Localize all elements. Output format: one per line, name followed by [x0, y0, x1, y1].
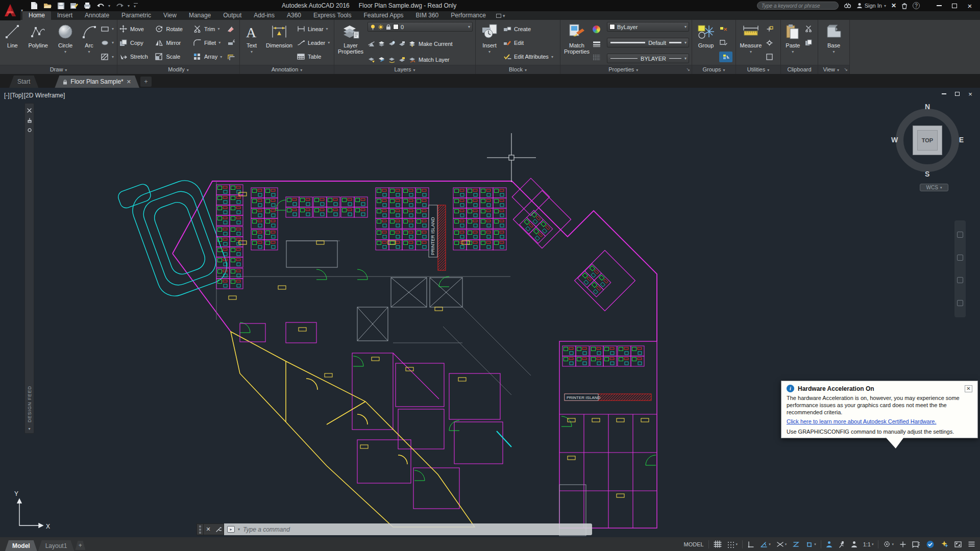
palette-bottom-caret-icon[interactable]: ▾ — [28, 427, 30, 431]
design-feed-palette[interactable]: DESIGN FEED ▾ — [24, 103, 34, 434]
new-tab-button[interactable]: + — [140, 77, 152, 87]
annotation-scale-user-icon[interactable] — [849, 539, 860, 549]
polar-tracking-toggle[interactable]: ▾ — [758, 539, 773, 549]
layout1-tab[interactable]: Layout1 — [38, 540, 75, 551]
trim-button[interactable]: Trim▾ — [193, 23, 226, 34]
panel-label-groups[interactable]: Groups▾ — [692, 65, 736, 74]
close-button[interactable]: × — [963, 1, 977, 10]
layer-dropdown[interactable]: 0 ▾ — [368, 22, 473, 32]
ellipse-tool-button[interactable]: ▾ — [101, 37, 115, 48]
arc-button[interactable]: Arc ▾ — [79, 21, 100, 65]
nav-zoom-icon[interactable] — [957, 277, 963, 283]
fillet-button[interactable]: Fillet▾ — [193, 37, 226, 48]
edit-block-button[interactable]: Edit — [503, 37, 558, 48]
save-as-button[interactable] — [68, 1, 80, 10]
layer-lock-button-icon[interactable] — [398, 40, 406, 47]
nav-pan-icon[interactable] — [957, 255, 963, 261]
linear-dimension-button[interactable]: Linear▾ — [297, 23, 332, 34]
close-tab-icon[interactable]: ✕ — [127, 79, 131, 85]
lineweight-icon[interactable] — [593, 41, 605, 47]
units-button[interactable] — [910, 539, 922, 549]
hatch-tool-button[interactable]: ▾ — [101, 52, 115, 62]
exchange-apps-icon[interactable]: ✕ — [891, 2, 896, 9]
file-tab-start[interactable]: Start — [9, 76, 38, 88]
table-button[interactable]: Table — [297, 52, 332, 62]
panel-label-modify[interactable]: Modify▾ — [117, 65, 239, 74]
new-layout-button[interactable]: + — [75, 541, 85, 550]
redo-caret-icon[interactable]: ▾ — [128, 4, 132, 8]
ribbon-tab-add-ins[interactable]: Add-ins — [248, 11, 281, 20]
hardware-acceleration-button[interactable] — [924, 539, 937, 549]
command-close-icon[interactable]: ✕ — [206, 526, 210, 533]
viewcube-west[interactable]: W — [891, 136, 898, 144]
offset-button[interactable] — [227, 52, 238, 62]
make-current-button[interactable]: Make Current — [419, 41, 453, 47]
stretch-button[interactable]: Stretch — [119, 52, 154, 62]
save-button[interactable] — [55, 1, 66, 10]
sign-in-button[interactable]: Sign In ▾ — [856, 3, 886, 9]
layer-walk-icon[interactable] — [368, 56, 375, 63]
nav-orbit-icon[interactable] — [957, 300, 963, 306]
create-block-button[interactable]: Create — [503, 23, 558, 34]
maximize-button[interactable] — [947, 1, 962, 10]
panel-label-clipboard[interactable]: Clipboard — [781, 65, 818, 74]
explode-button[interactable] — [227, 37, 238, 48]
plot-button[interactable] — [82, 1, 93, 10]
ortho-toggle[interactable] — [745, 539, 756, 549]
panel-launcher-icon[interactable]: ↘ — [686, 65, 690, 74]
ungroup-button[interactable] — [719, 23, 732, 34]
panel-label-properties[interactable]: Properties▾↘ — [560, 65, 692, 74]
new-file-button[interactable] — [29, 1, 40, 10]
polyline-button[interactable]: Polyline — [24, 21, 52, 65]
file-tab-document[interactable]: Floor Plan Sample* ✕ — [55, 76, 139, 88]
drawing-canvas[interactable]: [-] [Top] [2D Wireframe] × DESIGN FEED ▾… — [0, 88, 980, 537]
minimize-button[interactable] — [932, 1, 946, 10]
ribbon-tab-output[interactable]: Output — [217, 11, 248, 20]
autoscale-toggle[interactable] — [836, 539, 847, 549]
panel-launcher-icon[interactable]: ↘ — [844, 65, 848, 74]
rotate-button[interactable]: Rotate — [155, 23, 191, 34]
quick-calc-button[interactable] — [765, 52, 778, 62]
match-layer-button[interactable]: Match Layer — [419, 57, 450, 63]
layer-unlock-icon[interactable] — [398, 56, 406, 63]
panel-label-block[interactable]: Block▾ — [476, 65, 560, 74]
panel-label-annotation[interactable]: Annotation▾ — [240, 65, 334, 74]
group-selection-toggle[interactable] — [719, 52, 732, 62]
customization-menu-button[interactable] — [966, 539, 977, 549]
group-edit-button[interactable] — [719, 37, 732, 48]
layer-match-icon[interactable] — [378, 56, 385, 63]
viewport-restore-icon[interactable] — [953, 91, 961, 97]
help-icon[interactable]: ? — [913, 2, 920, 9]
viewport-visual-style-control[interactable]: [2D Wireframe] — [24, 92, 65, 99]
ribbon-tab-featured-apps[interactable]: Featured Apps — [358, 11, 410, 20]
viewport-minimize-icon[interactable] — [940, 91, 947, 97]
copy-button[interactable]: Copy — [119, 37, 154, 48]
annotation-visibility-toggle[interactable] — [824, 539, 835, 549]
palette-close-icon[interactable] — [26, 107, 33, 114]
object-snap-toggle[interactable]: ▾ — [803, 539, 818, 549]
wcs-menu[interactable]: WCS▾ — [920, 184, 948, 191]
layer-properties-button[interactable]: Layer Properties — [336, 21, 365, 65]
base-button[interactable]: Base ▾ — [822, 21, 846, 65]
panel-label-utilities[interactable]: Utilities▾ — [736, 65, 780, 74]
insert-button[interactable]: Insert ▾ — [477, 21, 502, 65]
quick-select-button[interactable] — [765, 23, 778, 34]
search-binoculars-icon[interactable] — [844, 3, 851, 9]
open-file-button[interactable] — [42, 1, 53, 10]
copy-clip-button[interactable] — [804, 37, 816, 48]
model-tab[interactable]: Model — [5, 540, 37, 551]
ribbon-tab-parametric[interactable]: Parametric — [115, 11, 157, 20]
layer-prev-icon[interactable] — [388, 56, 396, 63]
command-customize-wrench-icon[interactable] — [215, 527, 222, 533]
line-button[interactable]: Line — [2, 21, 23, 65]
group-button[interactable]: Group — [694, 21, 718, 65]
ribbon-tab-annotate[interactable]: Annotate — [79, 11, 115, 20]
ribbon-tab-performance[interactable]: Performance — [445, 11, 492, 20]
nav-wheel-icon[interactable] — [957, 232, 963, 238]
edit-attributes-button[interactable]: Edit Attributes▾ — [503, 52, 558, 62]
id-point-button[interactable] — [765, 37, 778, 48]
viewport-view-control[interactable]: [Top] — [10, 92, 23, 99]
notification-close-button[interactable]: ✕ — [965, 385, 972, 392]
ribbon-tab-bim-360[interactable]: BIM 360 — [410, 11, 445, 20]
viewport-menu-control[interactable]: [-] — [4, 92, 10, 99]
